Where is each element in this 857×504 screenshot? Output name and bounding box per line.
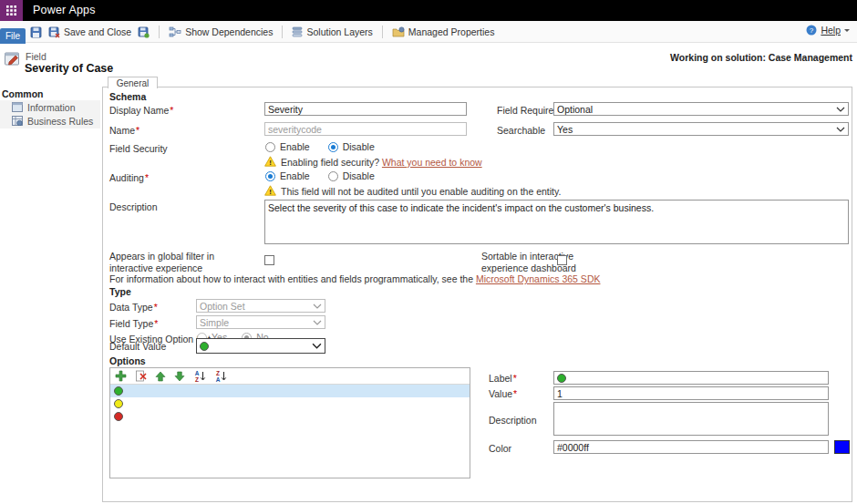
help-menu[interactable]: ? Help — [806, 25, 850, 36]
show-dependencies-icon — [169, 26, 181, 37]
sidebar-section-common: Common — [2, 88, 44, 99]
solution-layers-label: Solution Layers — [306, 26, 372, 37]
option-color-label: Color — [489, 443, 511, 454]
required-mark: * — [154, 302, 158, 313]
chevron-down-icon — [312, 343, 322, 349]
auditing-disable-label: Disable — [343, 170, 375, 181]
schema-heading: Schema — [109, 91, 146, 102]
field-security-disable-radio[interactable] — [328, 142, 338, 152]
sort-ascending-button[interactable]: A Z — [193, 370, 206, 382]
svg-text:Z: Z — [195, 376, 199, 383]
file-tab[interactable]: File — [0, 28, 26, 44]
default-value-label: Default Value — [109, 341, 166, 352]
svg-text:?: ? — [810, 26, 814, 35]
auditing-radio-group: Enable Disable — [265, 170, 375, 181]
show-dependencies-label: Show Dependencies — [185, 26, 273, 37]
toolbar-separator — [282, 26, 283, 38]
description-textarea[interactable]: Select the severity of this case to indi… — [264, 200, 849, 244]
display-name-input[interactable]: Severity — [264, 102, 467, 116]
required-mark: * — [513, 373, 517, 384]
dynamics-sdk-link[interactable]: Microsoft Dynamics 365 SDK — [476, 273, 601, 284]
option-label-input[interactable] — [553, 371, 829, 385]
chevron-down-icon — [836, 127, 845, 132]
field-security-disable-label: Disable — [343, 141, 375, 152]
field-type-select[interactable]: Simple — [196, 315, 325, 329]
save-and-close-button[interactable]: Save and Close — [48, 26, 131, 38]
default-value-select[interactable] — [196, 338, 325, 354]
managed-properties-button[interactable]: Managed Properties — [392, 26, 495, 37]
command-bar-buttons: Save and Close Show Dependencies — [30, 25, 494, 39]
sidebar-item-label: Business Rules — [27, 116, 93, 127]
required-mark: * — [136, 125, 139, 136]
auditing-disable-radio[interactable] — [328, 171, 338, 181]
option-description-textarea[interactable] — [553, 402, 829, 436]
svg-text:A: A — [216, 376, 221, 383]
sort-descending-button[interactable]: Z A — [214, 370, 227, 382]
save-button[interactable] — [30, 26, 42, 38]
product-title: Power Apps — [33, 4, 96, 16]
auditing-enable-label: Enable — [280, 170, 310, 181]
option-color-dot — [200, 342, 209, 351]
move-option-up-button[interactable] — [155, 371, 166, 382]
data-type-label: Data Type* — [109, 302, 158, 313]
record-type-label: Field — [26, 51, 46, 62]
save-as-button[interactable] — [138, 26, 150, 38]
name-input[interactable]: severitycode — [264, 122, 467, 136]
option-color-input[interactable]: #0000ff — [553, 440, 829, 454]
save-and-close-icon — [48, 26, 60, 38]
managed-properties-label: Managed Properties — [408, 26, 495, 37]
svg-text:!: ! — [269, 188, 272, 196]
move-option-down-button[interactable] — [174, 371, 185, 382]
option-row-red[interactable] — [110, 410, 470, 423]
sidebar-item-information[interactable]: Information — [0, 100, 100, 114]
what-you-need-to-know-link[interactable]: What you need to know — [382, 157, 482, 168]
solution-layers-icon — [292, 26, 303, 37]
field-requirement-select[interactable]: Optional — [553, 102, 849, 116]
option-color-dot — [557, 374, 566, 383]
app-launcher-button[interactable] — [0, 0, 23, 21]
description-label: Description — [109, 201, 158, 212]
global-filter-checkbox[interactable] — [264, 255, 274, 265]
save-as-icon — [138, 26, 150, 38]
sidebar-item-business-rules[interactable]: Business Rules — [0, 114, 100, 128]
field-security-enable-label: Enable — [280, 141, 310, 152]
option-row-yellow[interactable] — [110, 397, 470, 410]
sortable-checkbox[interactable] — [557, 255, 567, 265]
help-label: Help — [821, 25, 841, 36]
auditing-warning: This field will not be audited until you… — [281, 186, 561, 197]
data-type-select[interactable]: Option Set — [196, 299, 325, 313]
add-option-button[interactable] — [115, 370, 127, 382]
chevron-down-icon — [836, 107, 845, 112]
global-filter-label: Appears in global filter in interactive … — [109, 251, 253, 274]
auditing-enable-radio[interactable] — [265, 171, 275, 181]
required-mark: * — [154, 318, 158, 329]
option-row-green[interactable] — [110, 385, 470, 397]
sortable-label: Sortable in interactive experience dashb… — [481, 251, 585, 274]
solution-layers-button[interactable]: Solution Layers — [292, 26, 372, 37]
sdk-info-text: For information about how to interact wi… — [109, 273, 600, 284]
show-dependencies-button[interactable]: Show Dependencies — [169, 26, 273, 37]
required-mark: * — [145, 172, 149, 183]
toolbar-separator — [159, 26, 160, 38]
option-description-label: Description — [489, 415, 537, 426]
field-security-enable-radio[interactable] — [265, 142, 275, 152]
option-color-swatch[interactable] — [834, 440, 850, 454]
chevron-down-icon — [313, 303, 322, 309]
required-mark: * — [513, 388, 517, 399]
name-label: Name* — [109, 125, 139, 136]
searchable-select[interactable]: Yes — [553, 122, 849, 136]
tab-general[interactable]: General — [108, 77, 158, 88]
option-color-dot — [114, 412, 123, 421]
option-value-label: Value* — [489, 388, 517, 399]
warning-icon: ! — [264, 185, 276, 196]
waffle-icon — [6, 5, 16, 15]
option-value-input[interactable]: 1 — [553, 386, 829, 400]
option-color-dot — [114, 399, 123, 408]
field-icon — [5, 52, 21, 67]
searchable-label: Searchable — [497, 125, 545, 136]
option-color-dot — [114, 386, 123, 396]
chevron-down-icon — [313, 320, 322, 325]
delete-option-button[interactable] — [135, 370, 147, 382]
sidebar-item-label: Information — [27, 102, 76, 113]
options-list-box: A Z Z A — [109, 367, 470, 478]
